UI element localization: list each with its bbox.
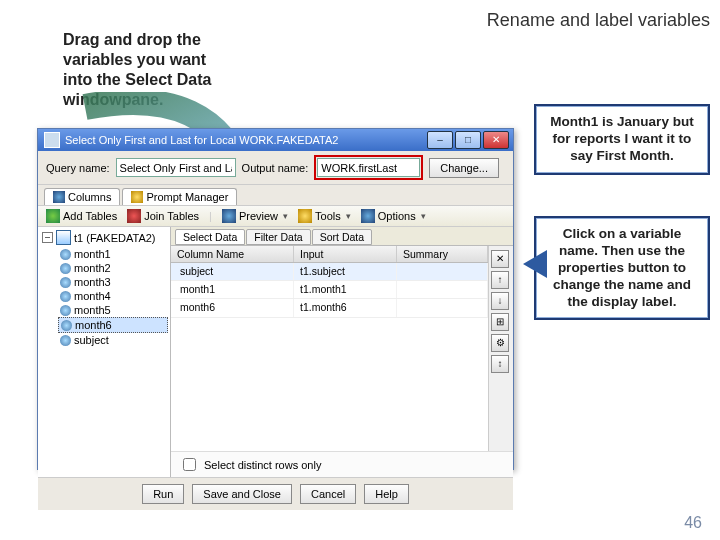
grid-side-button[interactable]: ↕ <box>491 355 509 373</box>
distinct-row: Select distinct rows only <box>171 451 513 477</box>
run-button[interactable]: Run <box>142 484 184 504</box>
subtab-strip: Select Data Filter Data Sort Data <box>171 227 513 246</box>
dialog-title: Select Only First and Last for Local WOR… <box>65 134 338 146</box>
tree-item[interactable]: subject <box>58 333 168 347</box>
query-name-label: Query name: <box>46 162 110 174</box>
add-icon <box>46 209 60 223</box>
grid-side-button[interactable]: ↑ <box>491 271 509 289</box>
grid-side-button[interactable]: ⊞ <box>491 313 509 331</box>
app-icon <box>44 132 60 148</box>
close-button[interactable]: ✕ <box>483 131 509 149</box>
grid-row[interactable]: month6t1.month6 <box>171 299 488 317</box>
output-name-input[interactable] <box>317 158 420 177</box>
grid-side-button[interactable]: ✕ <box>491 250 509 268</box>
preview-dropdown[interactable]: Preview <box>222 209 288 223</box>
select-data-pane: Select Data Filter Data Sort Data Column… <box>171 227 513 477</box>
tab-columns[interactable]: Columns <box>44 188 120 205</box>
tree-root[interactable]: – t1 (FAKEDATA2) <box>40 229 168 246</box>
tree-item[interactable]: month2 <box>58 261 168 275</box>
subtab-filter-data[interactable]: Filter Data <box>246 229 310 245</box>
column-icon <box>60 305 71 316</box>
maximize-button[interactable]: □ <box>455 131 481 149</box>
grid-header: Column Name Input Summary <box>171 246 488 263</box>
distinct-checkbox[interactable] <box>183 458 196 471</box>
change-button[interactable]: Change... <box>429 158 499 178</box>
output-name-label: Output name: <box>242 162 309 174</box>
tables-tree-pane[interactable]: – t1 (FAKEDATA2) month1month2month3month… <box>38 227 171 477</box>
page-number: 46 <box>684 514 702 532</box>
tools-dropdown[interactable]: Tools <box>298 209 351 223</box>
tree-item[interactable]: month5 <box>58 303 168 317</box>
save-close-button[interactable]: Save and Close <box>192 484 292 504</box>
distinct-label: Select distinct rows only <box>204 459 321 471</box>
columns-icon <box>53 191 65 203</box>
query-builder-dialog: Select Only First and Last for Local WOR… <box>37 128 514 470</box>
join-icon <box>127 209 141 223</box>
table-icon <box>56 230 71 245</box>
prompt-icon <box>131 191 143 203</box>
instruction-left: Drag and drop the variables you want int… <box>63 30 233 110</box>
columns-grid[interactable]: Column Name Input Summary subjectt1.subj… <box>171 246 488 451</box>
help-button[interactable]: Help <box>364 484 409 504</box>
tools-icon <box>298 209 312 223</box>
output-name-highlight <box>314 155 423 180</box>
grid-row[interactable]: month1t1.month1 <box>171 281 488 299</box>
minimize-button[interactable]: – <box>427 131 453 149</box>
callout-note-1: Month1 is January but for reports I want… <box>534 104 710 175</box>
add-tables-button[interactable]: Add Tables <box>46 209 117 223</box>
tree-item[interactable]: month4 <box>58 289 168 303</box>
main-tabstrip: Columns Prompt Manager <box>38 185 513 205</box>
dialog-titlebar[interactable]: Select Only First and Last for Local WOR… <box>38 129 513 151</box>
cancel-button[interactable]: Cancel <box>300 484 356 504</box>
grid-row[interactable]: subjectt1.subject <box>171 263 488 281</box>
column-icon <box>60 249 71 260</box>
collapse-icon[interactable]: – <box>42 232 53 243</box>
grid-side-button[interactable]: ⚙ <box>491 334 509 352</box>
column-icon <box>60 335 71 346</box>
join-tables-button[interactable]: Join Tables <box>127 209 199 223</box>
callout-arrow-icon <box>523 250 547 278</box>
query-name-input[interactable] <box>116 158 236 177</box>
subtab-select-data[interactable]: Select Data <box>175 229 245 245</box>
tree-item[interactable]: month6 <box>58 317 168 333</box>
callout-note-2: Click on a variable name. Then use the p… <box>534 216 710 320</box>
slide-title: Rename and label variables <box>487 10 710 31</box>
tree-item[interactable]: month3 <box>58 275 168 289</box>
preview-icon <box>222 209 236 223</box>
column-icon <box>60 263 71 274</box>
column-icon <box>60 291 71 302</box>
query-name-row: Query name: Output name: Change... <box>38 151 513 185</box>
dialog-footer: Run Save and Close Cancel Help <box>38 477 513 510</box>
column-icon <box>60 277 71 288</box>
tree-item[interactable]: month1 <box>58 247 168 261</box>
subtab-sort-data[interactable]: Sort Data <box>312 229 372 245</box>
secondary-toolbar: Add Tables Join Tables | Preview Tools O… <box>38 205 513 227</box>
options-icon <box>361 209 375 223</box>
grid-side-buttons: ✕↑↓⊞⚙↕ <box>488 246 513 451</box>
tab-prompt-manager[interactable]: Prompt Manager <box>122 188 237 205</box>
options-dropdown[interactable]: Options <box>361 209 426 223</box>
grid-side-button[interactable]: ↓ <box>491 292 509 310</box>
column-icon <box>61 320 72 331</box>
